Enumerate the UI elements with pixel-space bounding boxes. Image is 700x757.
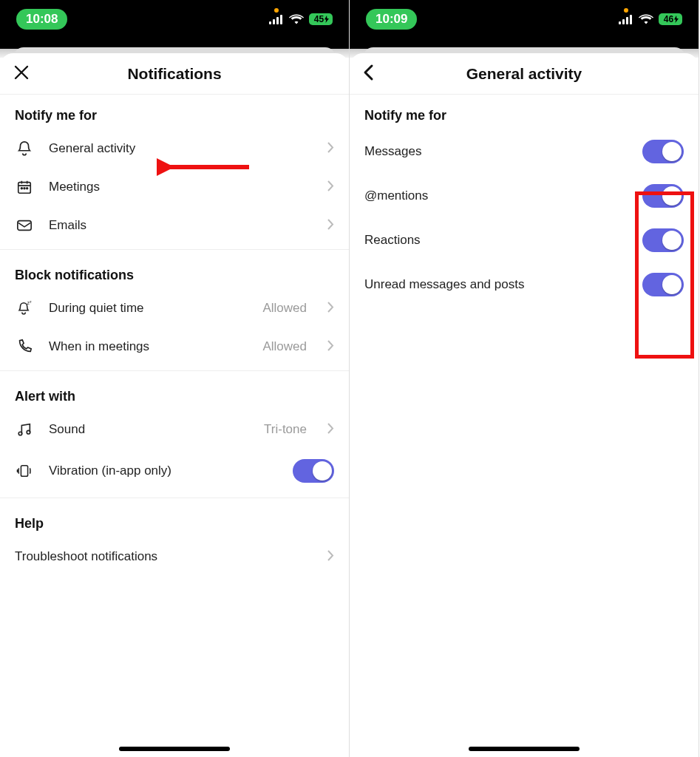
divider: [0, 249, 349, 250]
row-emails[interactable]: Emails: [0, 206, 349, 245]
svg-rect-15: [619, 21, 621, 24]
row-label: Meetings: [49, 180, 313, 194]
row-general-activity[interactable]: General activity: [0, 129, 349, 168]
mail-icon: [15, 218, 34, 233]
recording-indicator-icon: [624, 8, 628, 13]
chevron-right-icon: [327, 142, 334, 156]
svg-rect-0: [269, 21, 271, 24]
svg-rect-16: [622, 19, 625, 24]
status-bar: 10:08 45: [0, 0, 349, 43]
nav-bar: General activity: [350, 53, 699, 95]
row-sound[interactable]: Sound Tri-tone: [0, 410, 349, 449]
row-meetings[interactable]: Meetings: [0, 168, 349, 206]
page-title: General activity: [466, 65, 582, 83]
status-time: 10:09: [366, 9, 417, 30]
recording-indicator-icon: [274, 8, 279, 13]
battery-indicator: 46: [659, 13, 682, 25]
row-quiet-time[interactable]: zz During quiet time Allowed: [0, 289, 349, 327]
row-mentions: @mentions: [350, 174, 699, 218]
chevron-left-icon: [363, 64, 375, 81]
settings-sheet: Notifications Notify me for General acti…: [0, 53, 349, 757]
wifi-icon: [639, 14, 653, 24]
close-button[interactable]: [13, 64, 30, 84]
screen-general-activity: 10:09 46 General activity Notify me for …: [350, 0, 699, 757]
chevron-right-icon: [327, 180, 334, 194]
svg-rect-18: [630, 15, 632, 24]
phone-icon: [15, 339, 34, 355]
svg-point-5: [21, 188, 22, 189]
chevron-right-icon: [327, 423, 334, 437]
cellular-icon: [269, 15, 284, 24]
screen-notifications: 10:08 45 Notifications Notify me for: [0, 0, 350, 757]
music-icon: [15, 421, 34, 438]
svg-rect-1: [273, 19, 275, 24]
home-indicator[interactable]: [119, 747, 230, 751]
section-alert-header: Alert with: [0, 376, 349, 410]
battery-indicator: 45: [309, 13, 333, 25]
status-time: 10:08: [16, 9, 67, 30]
section-notify-header: Notify me for: [0, 95, 349, 129]
row-label: When in meetings: [49, 339, 248, 354]
row-vibration: Vibration (in-app only): [0, 449, 349, 493]
row-label: @mentions: [364, 189, 428, 203]
close-icon: [13, 64, 30, 81]
chevron-right-icon: [327, 219, 334, 233]
section-block-header: Block notifications: [0, 254, 349, 289]
divider: [0, 498, 349, 498]
content: Notify me for Messages @mentions Reactio…: [350, 95, 699, 757]
cellular-icon: [619, 15, 633, 24]
chevron-right-icon: [327, 302, 334, 316]
vibration-toggle[interactable]: [293, 459, 334, 483]
svg-rect-8: [18, 221, 31, 231]
chevron-right-icon: [327, 550, 334, 564]
settings-sheet: General activity Notify me for Messages …: [350, 53, 699, 757]
reactions-toggle[interactable]: [642, 228, 684, 252]
back-button[interactable]: [363, 64, 375, 84]
row-label: General activity: [49, 141, 313, 156]
row-troubleshoot[interactable]: Troubleshoot notifications: [0, 537, 349, 576]
svg-point-7: [27, 188, 28, 189]
row-reactions: Reactions: [350, 218, 699, 262]
row-value: Allowed: [262, 301, 307, 316]
section-help-header: Help: [0, 503, 349, 537]
row-value: Tri-tone: [264, 422, 307, 437]
messages-toggle[interactable]: [642, 140, 684, 163]
status-bar: 10:09 46: [350, 0, 699, 43]
svg-rect-13: [21, 466, 27, 477]
calendar-icon: [15, 179, 34, 195]
svg-point-12: [27, 430, 30, 434]
row-label: Vibration (in-app only): [49, 464, 278, 478]
row-label: Reactions: [364, 233, 421, 248]
bell-icon: [15, 140, 34, 157]
nav-bar: Notifications: [0, 53, 349, 95]
section-notify-header: Notify me for: [350, 95, 699, 129]
status-right: 46: [619, 13, 682, 25]
row-label: Messages: [364, 144, 421, 159]
home-indicator[interactable]: [469, 747, 580, 751]
content: Notify me for General activity Meetings: [0, 95, 349, 757]
mentions-toggle[interactable]: [642, 184, 684, 208]
row-unread: Unread messages and posts: [350, 262, 699, 307]
wifi-icon: [289, 14, 304, 24]
unread-toggle[interactable]: [642, 273, 684, 296]
chevron-right-icon: [327, 340, 334, 354]
row-messages: Messages: [350, 129, 699, 174]
page-title: Notifications: [127, 65, 221, 83]
svg-point-11: [18, 432, 22, 435]
svg-point-6: [24, 188, 25, 189]
svg-text:z: z: [27, 300, 30, 305]
svg-text:z: z: [30, 300, 32, 304]
svg-rect-17: [626, 17, 628, 24]
row-label: Sound: [49, 422, 249, 437]
row-when-in-meetings[interactable]: When in meetings Allowed: [0, 327, 349, 366]
svg-rect-2: [276, 17, 279, 24]
row-value: Allowed: [262, 339, 307, 354]
status-right: 45: [269, 13, 333, 25]
svg-rect-3: [280, 15, 282, 24]
row-label: Troubleshoot notifications: [15, 549, 313, 564]
row-label: During quiet time: [49, 301, 248, 316]
divider: [0, 370, 349, 371]
row-label: Unread messages and posts: [364, 277, 524, 292]
vibration-icon: [15, 463, 34, 479]
quiet-time-icon: zz: [15, 300, 34, 316]
